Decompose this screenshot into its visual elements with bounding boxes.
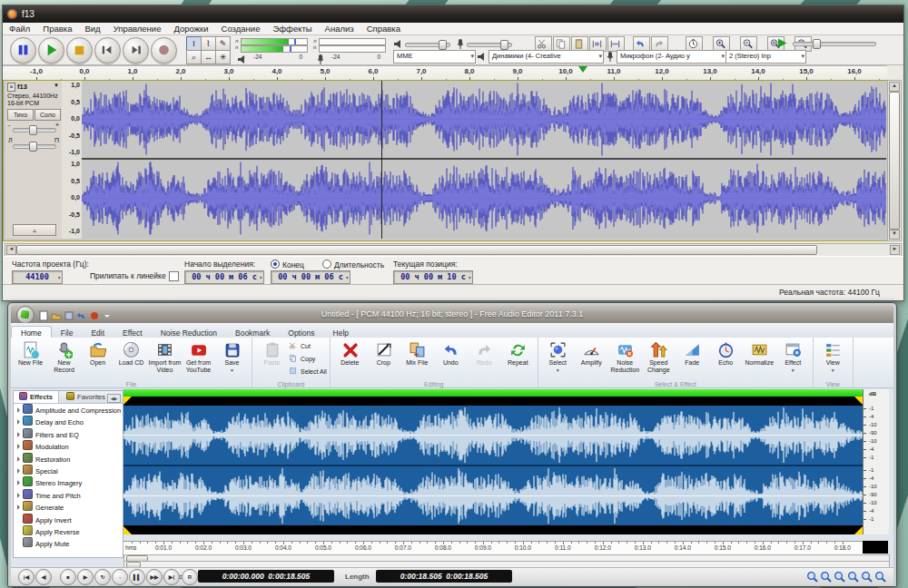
menu-Файл[interactable]: Файл <box>3 23 36 34</box>
tree-item-generate[interactable]: Generate <box>14 501 123 513</box>
audacity-titlebar[interactable]: f13 <box>3 5 903 23</box>
ribbon-button-undo[interactable]: Undo <box>434 339 468 367</box>
ribbon-button-amplify[interactable]: Amplify <box>575 339 608 367</box>
tab-favorites[interactable]: Favorites <box>61 391 111 403</box>
ribbon-button-repeat[interactable]: Repeat <box>501 339 535 367</box>
expand-arrow-icon[interactable] <box>17 456 20 462</box>
selection-strip-bottom[interactable] <box>123 525 863 534</box>
ribbon-button-import-from-video[interactable]: Import from Video <box>148 339 182 374</box>
menu-Дорожки[interactable]: Дорожки <box>167 23 214 34</box>
tree-item-apply-invert[interactable]: Apply Invert <box>14 514 123 525</box>
expand-arrow-icon[interactable] <box>17 407 20 413</box>
pause-button[interactable] <box>10 37 36 64</box>
solo-button[interactable]: Соло <box>35 109 61 121</box>
panel-collapse-button[interactable]: ◀▶ <box>107 394 121 403</box>
vertical-scrollbar[interactable]: ▲ ▼ <box>887 80 902 241</box>
pause-button[interactable]: ▌▌ <box>129 569 145 585</box>
tree-item-special[interactable]: Special <box>14 465 123 476</box>
output-meter-dropdown[interactable]: ▾ <box>242 54 245 60</box>
play-button[interactable]: ▶ <box>77 569 94 585</box>
channels-select[interactable]: 2 (Stereo) Inp <box>725 50 806 64</box>
collapse-track-button[interactable]: ▵ <box>13 224 56 236</box>
ribbon-button-crop[interactable]: Crop <box>367 339 400 367</box>
ribbon-button-get-from-youtube[interactable]: Get from YouTube <box>182 339 215 374</box>
go-end-button[interactable]: ▶| <box>163 569 180 585</box>
ribbon-button-delete[interactable]: Delete <box>333 339 367 367</box>
forward-button[interactable] <box>123 37 149 64</box>
timeshift-tool[interactable]: ↔ <box>201 50 216 64</box>
zoom-full-button[interactable] <box>847 570 859 586</box>
mute-button[interactable]: Тихо <box>7 109 34 121</box>
snap-checkbox[interactable] <box>169 271 179 281</box>
play-button[interactable] <box>38 37 64 64</box>
track-menu-arrow[interactable]: ▼ <box>54 83 59 88</box>
selection-end-field[interactable]: 00 ч 00 м 06 с <box>271 270 350 284</box>
tree-item-modulation[interactable]: Modulation <box>14 440 123 452</box>
zoom-out-button[interactable] <box>820 570 832 586</box>
input-volume-thumb[interactable] <box>500 40 508 50</box>
expand-arrow-icon[interactable] <box>17 480 20 485</box>
expand-arrow-icon[interactable] <box>17 505 20 510</box>
fae-waveform-view[interactable] <box>123 406 863 525</box>
expand-arrow-icon[interactable] <box>17 444 20 449</box>
record-button[interactable] <box>151 37 177 64</box>
horizontal-scrollbar[interactable]: ◄ ► <box>5 243 902 257</box>
ribbon-button-cut[interactable]: Cut <box>289 340 327 353</box>
record-button[interactable]: R <box>182 569 198 585</box>
waveform-view[interactable] <box>82 81 886 239</box>
zoom-vertical-out-button[interactable] <box>874 570 886 586</box>
play-at-speed-icon[interactable] <box>776 37 788 49</box>
gain-slider-thumb[interactable] <box>29 125 37 135</box>
expand-arrow-icon[interactable] <box>17 419 20 425</box>
ribbon-button-load-cd[interactable]: Load CD <box>114 339 148 367</box>
menu-Вид[interactable]: Вид <box>78 23 106 34</box>
stop-button[interactable] <box>66 37 93 64</box>
ribbon-button-speed-change[interactable]: Speed Change <box>642 339 676 374</box>
go-start-button[interactable]: |◀ <box>18 569 35 585</box>
selection-handle-bottom-left[interactable] <box>123 526 132 534</box>
ribbon-button-select-all[interactable]: Select All <box>289 366 327 378</box>
selection-tool[interactable]: I <box>186 36 202 51</box>
ribbon-button-normalize[interactable]: Normalize <box>743 339 776 367</box>
expand-arrow-icon[interactable] <box>17 493 20 498</box>
tree-item-restoration[interactable]: Restoration <box>14 453 123 465</box>
tree-item-amplitude-and-compression[interactable]: Amplitude and Compression <box>14 404 123 416</box>
rewind-button[interactable] <box>94 37 121 64</box>
menu-Эффекты[interactable]: Эффекты <box>266 23 318 34</box>
fae-timeline-ruler[interactable]: hms0:01.00:02.00:03.00:04.00:05.00:06.00… <box>123 541 863 555</box>
zoom-in-button[interactable] <box>806 570 818 586</box>
ribbon-button-new-record[interactable]: New Record <box>47 339 81 374</box>
selection-handle-bottom-right[interactable] <box>854 526 863 534</box>
ribbon-button-select[interactable]: Select▼ <box>541 339 575 374</box>
track-close-button[interactable]: × <box>7 83 15 92</box>
tree-item-delay-and-echo[interactable]: Delay and Echo <box>14 416 123 427</box>
ribbon-button-save[interactable]: Save▼ <box>215 339 249 374</box>
position-field[interactable]: 00 ч 00 м 10 с <box>393 270 473 284</box>
fae-titlebar[interactable]: Untitled - [ PCM 44100 Hz; 16 bit; stere… <box>11 305 893 323</box>
tree-item-apply-mute[interactable]: Apply Mute <box>14 537 123 549</box>
host-select[interactable]: MME <box>393 50 476 64</box>
fast-forward-button[interactable]: ▶▶ <box>146 569 163 585</box>
menu-Справка[interactable]: Справка <box>360 23 407 34</box>
zoom-selection-button[interactable] <box>834 570 845 586</box>
stop-button[interactable]: ■ <box>60 569 76 585</box>
menu-Правка[interactable]: Правка <box>36 23 78 34</box>
zoom-vertical-in-button[interactable] <box>861 570 873 586</box>
tree-item-stereo-imagery[interactable]: Stereo Imagery <box>14 476 123 488</box>
ribbon-button-echo[interactable]: Echo <box>709 339 743 367</box>
rewind-button[interactable]: ◀ <box>35 569 52 585</box>
ribbon-button-noise-reduction[interactable]: Noise Reduction <box>608 339 642 374</box>
tree-item-apply-reverse[interactable]: Apply Reverse <box>14 525 123 537</box>
ribbon-button-mix-file[interactable]: Mix File <box>400 339 434 367</box>
play-end-button[interactable]: → <box>112 569 128 585</box>
ribbon-button-copy[interactable]: Copy <box>289 353 327 366</box>
selection-strip-top[interactable] <box>123 397 863 406</box>
ribbon-button-open[interactable]: Open <box>81 339 114 367</box>
radio-length[interactable]: Длительность <box>322 260 384 270</box>
tree-item-time-and-pitch[interactable]: Time and Pitch <box>14 489 123 501</box>
project-rate-select[interactable]: 44100 <box>12 270 63 284</box>
loop-button[interactable]: ↻ <box>94 569 111 585</box>
menu-Анализ[interactable]: Анализ <box>319 23 360 34</box>
ribbon-button-new-file[interactable]: New File <box>14 339 47 367</box>
play-speed-slider[interactable] <box>793 42 876 46</box>
